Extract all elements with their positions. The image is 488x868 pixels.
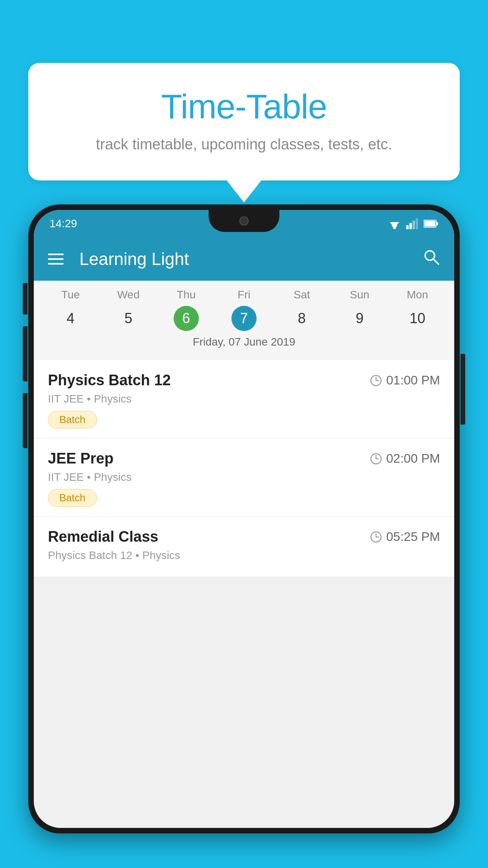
day-name: Mon	[407, 289, 428, 301]
status-icons	[387, 218, 438, 229]
day-col-8[interactable]: Sat8	[273, 289, 331, 331]
clock-icon	[370, 531, 382, 543]
day-col-6[interactable]: Thu6	[157, 289, 215, 331]
search-button[interactable]	[423, 248, 440, 270]
schedule-list: Physics Batch 1201:00 PMIIT JEE • Physic…	[34, 360, 454, 577]
batch-badge: Batch	[48, 489, 97, 507]
bubble-arrow	[227, 180, 261, 202]
wifi-icon	[387, 218, 402, 229]
day-number[interactable]: 5	[116, 306, 141, 331]
hamburger-icon[interactable]	[48, 254, 64, 265]
side-button-volume-down	[23, 326, 28, 381]
schedule-item[interactable]: Physics Batch 1201:00 PMIIT JEE • Physic…	[34, 360, 454, 438]
day-name: Wed	[117, 289, 139, 301]
svg-rect-9	[436, 222, 438, 225]
selected-date-label: Friday, 07 June 2019	[34, 331, 454, 356]
clock-icon	[370, 452, 382, 465]
day-number[interactable]: 8	[289, 306, 314, 331]
signal-icon	[406, 218, 419, 229]
schedule-item[interactable]: Remedial Class05:25 PMPhysics Batch 12 •…	[34, 517, 454, 577]
day-name: Sat	[294, 289, 310, 301]
day-number[interactable]: 6	[174, 306, 199, 331]
phone-outer: 14:29	[28, 204, 460, 833]
speech-bubble-container: Time-Table track timetable, upcoming cla…	[28, 63, 460, 202]
svg-line-12	[433, 259, 438, 264]
svg-rect-10	[424, 221, 435, 226]
schedule-item-title: Physics Batch 12	[48, 372, 171, 389]
front-camera	[239, 216, 249, 226]
days-row: Tue4Wed5Thu6Fri7Sat8Sun9Mon10	[34, 289, 454, 331]
day-col-5[interactable]: Wed5	[99, 289, 157, 331]
schedule-time: 05:25 PM	[370, 530, 440, 544]
day-col-4[interactable]: Tue4	[42, 289, 99, 331]
schedule-item[interactable]: JEE Prep02:00 PMIIT JEE • PhysicsBatch	[34, 438, 454, 517]
status-time: 14:29	[50, 217, 77, 230]
svg-rect-5	[409, 223, 412, 229]
day-col-9[interactable]: Sun9	[331, 289, 389, 331]
svg-rect-4	[406, 225, 409, 229]
svg-rect-7	[416, 218, 418, 229]
day-col-10[interactable]: Mon10	[389, 289, 446, 331]
svg-point-3	[393, 227, 396, 229]
schedule-time-text: 02:00 PM	[386, 451, 440, 466]
day-number[interactable]: 10	[405, 306, 430, 331]
battery-icon	[424, 219, 438, 228]
schedule-item-title: JEE Prep	[48, 450, 114, 467]
schedule-time-text: 05:25 PM	[386, 530, 440, 544]
notch	[209, 210, 279, 232]
clock-icon	[370, 374, 382, 387]
day-name: Sun	[350, 289, 369, 301]
side-button-volume-down2	[23, 393, 28, 448]
day-number[interactable]: 4	[58, 306, 83, 331]
bubble-title: Time-Table	[60, 86, 428, 127]
day-name: Tue	[61, 289, 80, 301]
batch-badge: Batch	[48, 411, 97, 428]
schedule-subtitle: IIT JEE • Physics	[48, 471, 440, 484]
svg-rect-6	[413, 221, 415, 229]
schedule-time-text: 01:00 PM	[386, 373, 440, 388]
day-number[interactable]: 9	[347, 306, 372, 331]
app-title: Learning Light	[79, 249, 411, 269]
day-number[interactable]: 7	[231, 306, 257, 331]
schedule-item-title: Remedial Class	[48, 528, 158, 545]
schedule-time: 02:00 PM	[370, 451, 440, 466]
bubble-subtitle: track timetable, upcoming classes, tests…	[60, 136, 428, 153]
phone-screen: 14:29	[34, 210, 454, 828]
schedule-subtitle: Physics Batch 12 • Physics	[48, 549, 440, 562]
phone-container: 14:29	[28, 204, 460, 868]
day-name: Thu	[177, 289, 196, 301]
app-bar: Learning Light	[34, 237, 454, 281]
speech-bubble: Time-Table track timetable, upcoming cla…	[28, 63, 460, 180]
side-button-power	[460, 354, 465, 425]
schedule-time: 01:00 PM	[370, 373, 440, 388]
schedule-subtitle: IIT JEE • Physics	[48, 393, 440, 405]
day-col-7[interactable]: Fri7	[215, 289, 273, 331]
calendar-strip: Tue4Wed5Thu6Fri7Sat8Sun9Mon10 Friday, 07…	[34, 281, 454, 360]
side-button-volume-up	[23, 283, 28, 314]
day-name: Fri	[238, 289, 251, 301]
